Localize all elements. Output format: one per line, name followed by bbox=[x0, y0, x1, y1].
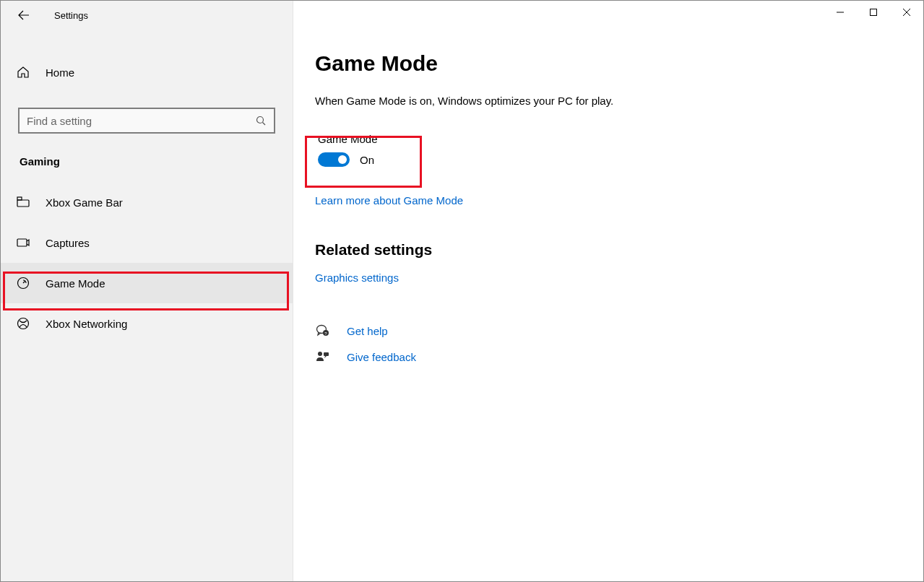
window-controls bbox=[824, 1, 923, 24]
toggle-label: Game Mode bbox=[318, 133, 428, 145]
help-icon: ? bbox=[315, 324, 331, 337]
nav-label: Game Mode bbox=[46, 277, 105, 290]
svg-rect-4 bbox=[17, 239, 27, 246]
captures-icon bbox=[17, 237, 31, 248]
window-title: Settings bbox=[54, 10, 88, 21]
sidebar-item-xbox-game-bar[interactable]: Xbox Game Bar bbox=[1, 182, 293, 222]
svg-point-15 bbox=[318, 352, 322, 356]
svg-rect-2 bbox=[17, 200, 29, 207]
svg-point-0 bbox=[257, 117, 264, 123]
toggle-state: On bbox=[360, 154, 374, 166]
toggle-knob bbox=[338, 155, 347, 164]
svg-point-7 bbox=[18, 318, 29, 329]
sidebar-item-captures[interactable]: Captures bbox=[1, 222, 293, 263]
game-mode-toggle-group: Game Mode On bbox=[315, 129, 431, 174]
nav-label: Captures bbox=[46, 237, 90, 249]
graphics-settings-link[interactable]: Graphics settings bbox=[315, 272, 399, 284]
nav-label: Xbox Networking bbox=[46, 318, 127, 330]
page-description: When Game Mode is on, Windows optimizes … bbox=[315, 95, 902, 107]
give-feedback-link[interactable]: Give feedback bbox=[347, 351, 416, 363]
xbox-icon bbox=[17, 317, 31, 330]
game-bar-icon bbox=[17, 196, 31, 208]
maximize-button[interactable] bbox=[857, 1, 890, 24]
get-help-link[interactable]: Get help bbox=[347, 325, 388, 337]
arrow-left-icon bbox=[18, 9, 30, 21]
minimize-button[interactable] bbox=[824, 1, 857, 24]
minimize-icon bbox=[837, 9, 844, 16]
nav-label: Xbox Game Bar bbox=[46, 196, 123, 209]
sidebar-home[interactable]: Home bbox=[1, 57, 293, 87]
give-feedback-row[interactable]: Give feedback bbox=[315, 350, 902, 363]
close-button[interactable] bbox=[890, 1, 923, 24]
titlebar: Settings bbox=[1, 1, 293, 30]
feedback-icon bbox=[315, 350, 331, 363]
sidebar-section-header: Gaming bbox=[1, 155, 293, 168]
page-title: Game Mode bbox=[315, 51, 902, 76]
maximize-icon bbox=[870, 9, 877, 16]
search-input[interactable] bbox=[27, 115, 255, 127]
sidebar: Settings Home Gaming Xbox Game Bar bbox=[1, 1, 293, 581]
svg-rect-16 bbox=[324, 352, 329, 356]
get-help-row[interactable]: ? Get help bbox=[315, 324, 902, 337]
close-icon bbox=[903, 9, 910, 16]
svg-rect-3 bbox=[17, 197, 22, 200]
main-content: Game Mode When Game Mode is on, Windows … bbox=[293, 1, 923, 581]
learn-more-link[interactable]: Learn more about Game Mode bbox=[315, 194, 463, 207]
game-mode-toggle[interactable] bbox=[318, 152, 350, 167]
back-button[interactable] bbox=[15, 6, 33, 24]
sidebar-item-game-mode[interactable]: Game Mode bbox=[1, 263, 293, 303]
svg-line-6 bbox=[23, 281, 25, 283]
search-icon bbox=[255, 116, 267, 126]
home-label: Home bbox=[46, 66, 74, 79]
sidebar-item-xbox-networking[interactable]: Xbox Networking bbox=[1, 303, 293, 344]
svg-line-1 bbox=[263, 123, 266, 126]
related-settings-heading: Related settings bbox=[315, 241, 902, 259]
search-box[interactable] bbox=[18, 108, 275, 134]
home-icon bbox=[17, 66, 31, 79]
game-mode-icon bbox=[17, 277, 31, 290]
svg-rect-9 bbox=[871, 9, 877, 16]
